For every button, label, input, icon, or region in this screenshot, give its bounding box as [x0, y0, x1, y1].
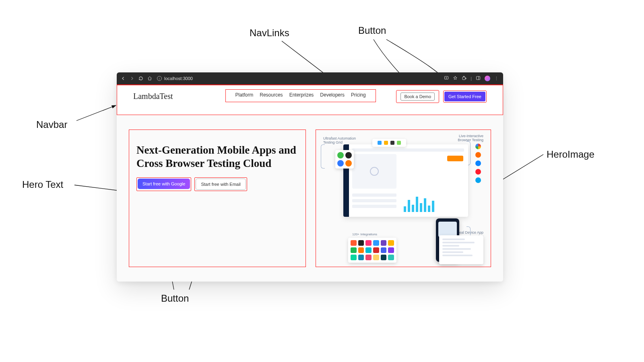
annotation-navbar: Navbar: [36, 119, 67, 130]
back-icon[interactable]: [121, 76, 126, 81]
cta-google-button[interactable]: Start free with Google: [136, 177, 191, 191]
hero-image-label-topleft: Ultrafast Automation Testing Grid: [323, 136, 359, 144]
diagram-canvas: NavLinks Button Navbar Hero Text HeroIma…: [0, 0, 644, 362]
forward-icon[interactable]: [130, 76, 134, 81]
annotation-button-top: Button: [358, 25, 386, 36]
browser-window: i localhost:3000 | ⋮: [117, 72, 503, 282]
profile-avatar-icon[interactable]: [485, 76, 490, 81]
hero-image-integrations-grid: [348, 238, 396, 263]
svg-rect-1: [462, 77, 465, 80]
hero-section: Next-Generation Mobile Apps and Cross Br…: [117, 115, 503, 282]
hero-image-label-topright: Live-Interactive Browser Testing: [447, 134, 483, 142]
hero-image: Ultrafast Automation Testing Grid Live-I…: [316, 130, 491, 267]
book-demo-button[interactable]: Book a Demo: [396, 90, 439, 103]
annotation-navlinks: NavLinks: [250, 27, 289, 39]
hero-text-block: Next-Generation Mobile Apps and Cross Br…: [129, 130, 306, 267]
info-icon: i: [157, 76, 162, 81]
browser-chrome-bar: i localhost:3000 | ⋮: [117, 72, 503, 84]
url-text: localhost:3000: [164, 76, 193, 81]
hero-image-framework-chips: [335, 150, 354, 169]
svg-rect-4: [477, 76, 480, 80]
nav-link-platform[interactable]: Platform: [235, 92, 254, 98]
hero-title: Next-Generation Mobile Apps and Cross Br…: [136, 144, 298, 170]
bracket-icon: [321, 144, 325, 169]
svg-rect-2: [464, 76, 464, 77]
home-icon[interactable]: [147, 76, 152, 81]
annotation-hero-image: HeroImage: [547, 149, 594, 160]
nav-link-pricing[interactable]: Pricing: [351, 92, 366, 98]
nav-links: Platform Resources Enterprizes Developer…: [225, 89, 376, 102]
install-icon[interactable]: [444, 76, 449, 81]
reload-icon[interactable]: [138, 76, 143, 81]
navbar: LambdaTest Platform Resources Enterprize…: [117, 85, 503, 115]
address-bar[interactable]: i localhost:3000: [157, 76, 193, 81]
hero-image-integrations-label: 120+ Integrations: [352, 232, 377, 236]
hero-image-os-chips: [372, 139, 406, 147]
extensions-icon[interactable]: [462, 76, 466, 81]
star-icon[interactable]: [453, 76, 458, 81]
hero-ctas: Start free with Google Start free with E…: [136, 177, 298, 191]
nav-link-developers[interactable]: Developers: [320, 92, 345, 98]
nav-link-enterprizes[interactable]: Enterprizes: [289, 92, 314, 98]
cta-email-button[interactable]: Start free with Email: [194, 177, 247, 191]
svg-rect-3: [465, 78, 466, 79]
kebab-menu-icon[interactable]: ⋮: [494, 76, 499, 81]
hero-image-dashboard: [343, 144, 468, 217]
book-demo-label: Book a Demo: [400, 93, 435, 101]
annotation-hero-text: Hero Text: [22, 179, 63, 190]
panel-icon[interactable]: [476, 76, 481, 81]
brand-logo[interactable]: LambdaTest: [133, 89, 173, 101]
get-started-label: Get Started Free: [444, 92, 485, 101]
hero-image-browser-icons: [475, 144, 484, 183]
nav-link-resources[interactable]: Resources: [260, 92, 283, 98]
hero-image-code-panel: [439, 235, 483, 264]
cta-email-label: Start free with Email: [196, 179, 246, 190]
annotation-button-bottom: Button: [161, 293, 189, 304]
cta-google-label: Start free with Google: [138, 179, 190, 189]
get-started-button[interactable]: Get Started Free: [443, 90, 487, 103]
